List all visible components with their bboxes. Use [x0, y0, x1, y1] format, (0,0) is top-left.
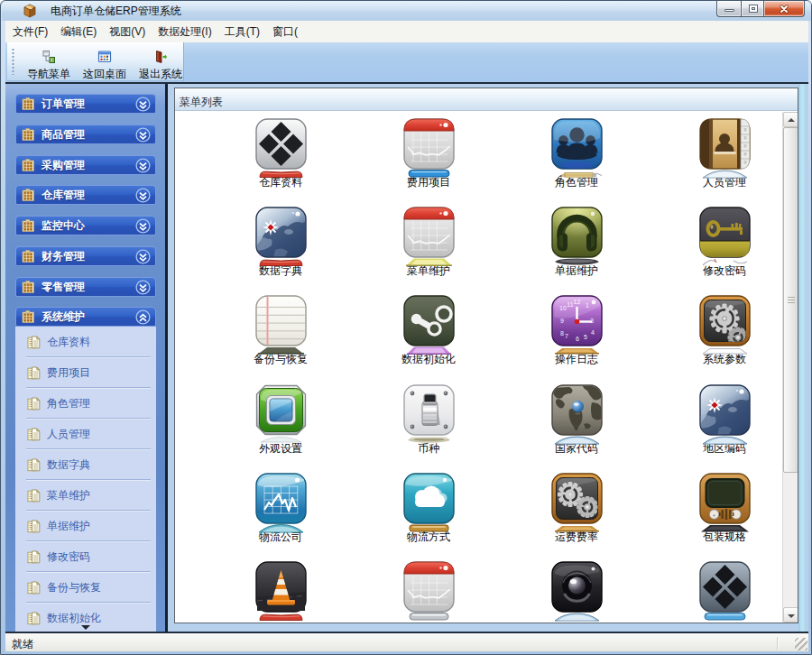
chevron-down-circle-icon: [135, 127, 151, 143]
sidebar-item-5[interactable]: 数据字典: [15, 449, 156, 480]
sidebar-item-label: 数据初始化: [47, 611, 101, 626]
menu-tile-5[interactable]: 数据字典: [207, 207, 355, 293]
gears-bronze2-icon: [551, 473, 603, 524]
chevron-down-circle-icon: [135, 188, 151, 203]
chart-blue-icon: [255, 473, 307, 524]
svg-text:8: 8: [560, 330, 564, 337]
sidebar-group-6[interactable]: 财务管理: [15, 246, 156, 266]
sidebar-expanded-panel: 仓库资料费用项目角色管理人员管理数据字典菜单维护单据维护修改密码备份与恢复数据初…: [15, 327, 156, 632]
sidebar-group-8[interactable]: 系统维护: [15, 307, 156, 327]
toolbar-button-3[interactable]: 退出系统: [133, 49, 189, 85]
sidebar-item-7[interactable]: 单据维护: [15, 511, 156, 541]
toolbar-button-label: 导航菜单: [27, 68, 70, 80]
menu-bar: 文件(F)编辑(E)视图(V)数据处理(I)工具(T)窗口(: [5, 21, 808, 42]
menu-tile-14[interactable]: 币种: [355, 384, 503, 471]
sidebar-group-5[interactable]: 监控中心: [15, 216, 156, 235]
menu-item-1[interactable]: 文件(F): [13, 23, 48, 42]
menu-tile-11[interactable]: 12369147810115操作日志: [503, 295, 651, 382]
close-icon: [779, 4, 789, 14]
titlebar: 电商订单仓储ERP管理系统: [2, 1, 812, 21]
sidebar-group-label: 财务管理: [42, 249, 135, 264]
menu-tile-7[interactable]: 单据维护: [503, 207, 651, 293]
calendar-chart-icon: [403, 207, 455, 258]
svg-text:7: 7: [565, 333, 568, 339]
menu-item-3[interactable]: 视图(V): [109, 23, 145, 42]
document-pages-icon: [27, 581, 41, 595]
chevron-up-circle-icon: [135, 309, 151, 325]
toolbar-grip[interactable]: [12, 48, 14, 75]
sidebar-item-2[interactable]: 费用项目: [15, 357, 156, 388]
menu-item-2[interactable]: 编辑(E): [60, 23, 97, 42]
sidebar-scroll-more-icon[interactable]: [81, 625, 90, 630]
menu-tile-13[interactable]: 外观设置: [207, 384, 355, 471]
sidebar-item-4[interactable]: 人员管理: [15, 419, 156, 449]
resize-grip[interactable]: [795, 638, 807, 650]
sidebar-item-9[interactable]: 备份与恢复: [15, 572, 156, 603]
menu-tile-4[interactable]: 人员管理: [651, 118, 798, 205]
document-pages-icon: [27, 520, 41, 533]
menu-item-6[interactable]: 窗口(: [272, 23, 298, 42]
address-book-icon: [699, 118, 751, 170]
menu-tile-18[interactable]: 物流方式: [355, 473, 503, 559]
document-pages-icon: [27, 336, 41, 349]
toolbar-button-2[interactable]: 这回桌面: [77, 49, 133, 85]
menu-tile-22[interactable]: [355, 561, 503, 623]
menu-tile-6[interactable]: 菜单维护: [355, 207, 503, 293]
sidebar-group-label: 系统维护: [42, 309, 135, 325]
maximize-button[interactable]: [741, 1, 764, 17]
sidebar-group-4[interactable]: 仓库管理: [15, 185, 156, 205]
grid-panel-icon: [22, 281, 34, 293]
sidebar-item-label: 修改密码: [47, 549, 90, 565]
status-separator: [777, 637, 779, 650]
menu-tile-17[interactable]: 物流公司: [207, 473, 355, 559]
menu-tile-20[interactable]: 包装规格: [651, 473, 798, 559]
panel-header: 菜单列表: [175, 88, 798, 111]
calendar-chart-icon: [403, 118, 455, 170]
menu-tile-2[interactable]: 费用项目: [355, 118, 503, 205]
menu-item-4[interactable]: 数据处理(I): [158, 23, 211, 42]
menu-tile-21[interactable]: [207, 561, 355, 623]
headphones-olive-icon: [551, 207, 603, 258]
menu-tile-15[interactable]: 国家代码: [503, 384, 651, 471]
menu-tile-8[interactable]: 修改密码: [651, 207, 798, 293]
menu-tile-12[interactable]: 系统参数: [651, 295, 798, 382]
sidebar-group-3[interactable]: 采购管理: [15, 155, 156, 175]
menu-list-panel: 菜单列表 仓库资料费用项目角色管理人员管理数据字典菜单维护单据维护修改密码备份与…: [174, 88, 798, 623]
grid-panel-icon: [22, 310, 34, 323]
status-message: 就绪: [12, 637, 33, 652]
document-pages-icon: [27, 612, 41, 625]
close-button[interactable]: [764, 1, 805, 17]
menu-tile-19[interactable]: 运费费率: [503, 473, 651, 559]
document-pages-icon: [27, 458, 41, 472]
toolbar: 导航菜单这回桌面退出系统: [5, 42, 808, 82]
menu-tile-10[interactable]: 数据初始化: [355, 295, 503, 382]
menu-tile-24[interactable]: [651, 561, 798, 623]
menu-tile-9[interactable]: 备份与恢复: [207, 295, 355, 382]
calendar-chart-icon: [403, 561, 455, 613]
minimize-button[interactable]: [716, 1, 741, 17]
sidebar-group-2[interactable]: 商品管理: [15, 125, 156, 144]
menu-tile-23[interactable]: [503, 561, 651, 623]
menu-item-5[interactable]: 工具(T): [225, 23, 260, 42]
cone-dark-icon: [255, 561, 307, 613]
sidebar-item-label: 费用项目: [47, 365, 90, 381]
window-controls: [716, 1, 805, 17]
panel-title: 菜单列表: [180, 95, 223, 110]
switch-plate-icon: [403, 384, 455, 436]
svg-text:5: 5: [584, 334, 587, 340]
sidebar-item-8[interactable]: 修改密码: [15, 541, 156, 572]
menu-tile-3[interactable]: 角色管理: [503, 118, 651, 205]
sidebar-item-1[interactable]: 仓库资料: [15, 327, 156, 357]
chevron-down-circle-icon: [135, 218, 151, 234]
sidebar-item-3[interactable]: 角色管理: [15, 388, 156, 419]
sidebar-group-label: 商品管理: [42, 127, 135, 143]
sidebar-group-label: 订单管理: [42, 97, 135, 112]
minimize-icon: [724, 9, 734, 12]
sidebar-group-1[interactable]: 订单管理: [15, 94, 156, 114]
grid-panel-icon: [22, 189, 34, 201]
toolbar-button-1[interactable]: 导航菜单: [21, 49, 77, 85]
sidebar-group-7[interactable]: 零售管理: [15, 277, 156, 297]
menu-tile-16[interactable]: 地区编码: [651, 384, 798, 471]
menu-tile-1[interactable]: 仓库资料: [207, 118, 355, 205]
sidebar-item-6[interactable]: 菜单维护: [15, 480, 156, 511]
